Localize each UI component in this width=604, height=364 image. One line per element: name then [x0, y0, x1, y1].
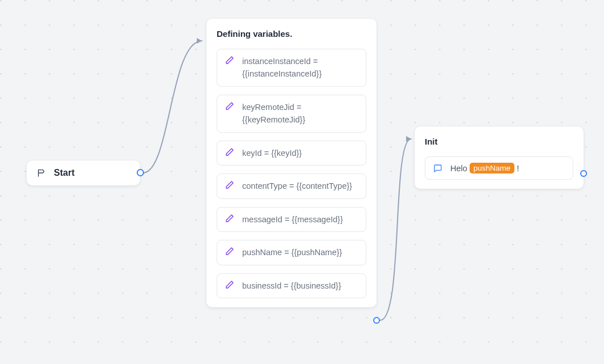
- init-out-port[interactable]: [580, 170, 587, 177]
- message-prefix: Helo: [450, 164, 467, 173]
- variables-out-port[interactable]: [373, 317, 380, 324]
- variable-item[interactable]: keyRemoteJid = {{keyRemoteJid}}: [217, 95, 366, 133]
- variables-title: Defining variables.: [217, 29, 366, 39]
- variable-tag: pushName: [470, 163, 514, 173]
- variable-text: keyId = {{keyId}}: [242, 149, 302, 158]
- pencil-icon: [225, 214, 234, 223]
- variables-node[interactable]: Defining variables. instanceInstanceId =…: [206, 19, 377, 307]
- pencil-icon: [225, 247, 234, 256]
- init-title: Init: [425, 137, 573, 146]
- flag-icon: [37, 168, 46, 177]
- start-label: Start: [54, 168, 74, 178]
- variable-item[interactable]: messageId = {{messageId}}: [217, 207, 366, 232]
- variable-text: contentType = {{contentType}}: [242, 181, 352, 191]
- variable-item[interactable]: businessId = {{businessId}}: [217, 273, 366, 298]
- variable-item[interactable]: pushName = {{pushName}}: [217, 240, 366, 265]
- chat-icon: [433, 164, 442, 173]
- variable-item[interactable]: instanceInstanceId = {{instanceInstanceI…: [217, 49, 366, 87]
- pencil-icon: [225, 56, 234, 65]
- variable-text: messageId = {{messageId}}: [242, 215, 343, 224]
- pencil-icon: [225, 101, 234, 111]
- variable-text: instanceInstanceId = {{instanceInstanceI…: [242, 57, 322, 78]
- variable-item[interactable]: contentType = {{contentType}}: [217, 173, 366, 198]
- message-item[interactable]: Helo pushName !: [425, 156, 573, 180]
- variable-text: businessId = {{businessId}}: [242, 281, 341, 290]
- pencil-icon: [225, 147, 234, 156]
- message-suffix: !: [517, 164, 519, 173]
- pencil-icon: [225, 180, 234, 189]
- variable-text: pushName = {{pushName}}: [242, 248, 342, 257]
- start-out-port[interactable]: [137, 169, 144, 176]
- start-node[interactable]: Start: [27, 160, 140, 185]
- pencil-icon: [225, 280, 234, 289]
- variable-text: keyRemoteJid = {{keyRemoteJid}}: [242, 103, 305, 124]
- init-node[interactable]: Init Helo pushName !: [415, 126, 584, 189]
- variable-item[interactable]: keyId = {{keyId}}: [217, 141, 366, 166]
